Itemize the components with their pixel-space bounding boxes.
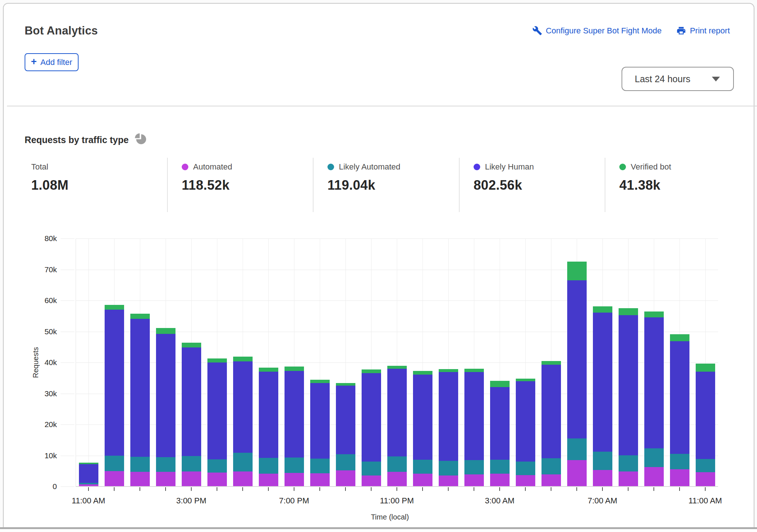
bar-segment-automated xyxy=(670,469,689,487)
bar-segment-automated xyxy=(413,474,432,487)
bar-segment-likely-automated xyxy=(130,457,150,472)
bar-segment-likely-automated xyxy=(79,483,98,484)
below-strip xyxy=(0,529,757,532)
bar-segment-automated xyxy=(593,470,612,487)
bar-segment-likely-automated xyxy=(413,460,432,473)
header-links: Configure Super Bot Fight Mode Print rep… xyxy=(532,26,730,36)
bar-segment-verified-bot xyxy=(387,366,407,369)
x-tick-label: 3:00 PM xyxy=(176,496,206,506)
bar-segment-likely-human xyxy=(696,372,715,459)
bar-segment-automated xyxy=(644,467,664,487)
bar-segment-likely-automated xyxy=(464,460,484,474)
bar-segment-automated xyxy=(233,471,253,487)
bar-segment-automated xyxy=(259,474,278,487)
x-tick-mark xyxy=(653,487,654,491)
x-tick-label: 7:00 AM xyxy=(588,496,617,506)
bar-segment-verified-bot xyxy=(130,314,150,319)
print-report-link[interactable]: Print report xyxy=(676,26,730,36)
requests-bar-chart[interactable] xyxy=(76,238,718,487)
bar-segment-verified-bot xyxy=(310,380,330,383)
bar-segment-likely-automated xyxy=(542,458,561,474)
bar-segment-verified-bot xyxy=(464,369,484,372)
bar-segment-likely-human xyxy=(619,315,638,455)
bar-segment-automated xyxy=(285,473,304,487)
x-tick-mark xyxy=(294,487,294,491)
bar-segment-likely-human xyxy=(156,334,175,457)
y-tick-mark xyxy=(61,332,75,332)
bar-segment-automated xyxy=(542,474,561,487)
x-tick-mark xyxy=(525,487,526,491)
bar-segment-automated xyxy=(567,460,587,487)
stat-likely-human-value: 802.56k xyxy=(474,178,605,193)
bar-segment-automated xyxy=(387,472,407,487)
bar-segment-likely-human xyxy=(567,280,587,438)
x-tick-mark xyxy=(114,487,115,491)
bar-segment-verified-bot xyxy=(439,369,458,372)
stat-total-label: Total xyxy=(31,162,48,172)
bar-segment-likely-human xyxy=(285,371,304,458)
y-tick-mark xyxy=(61,394,75,394)
stat-likely-automated: Likely Automated 119.04k xyxy=(313,158,459,212)
stat-total: Total 1.08M xyxy=(31,158,166,212)
x-tick-mark xyxy=(705,487,706,491)
bar-segment-likely-automated xyxy=(387,456,407,472)
bar-segment-verified-bot xyxy=(233,357,253,361)
bar-segment-likely-human xyxy=(516,381,535,462)
x-tick-mark xyxy=(576,487,577,491)
bar-segment-likely-automated xyxy=(336,454,355,470)
add-filter-button[interactable]: + Add filter xyxy=(25,53,79,71)
bar-segment-likely-human xyxy=(387,369,407,456)
y-tick-mark xyxy=(61,456,75,456)
automated-legend-dot xyxy=(182,164,188,170)
y-tick-label: 10k xyxy=(24,451,57,460)
bar-segment-likely-automated xyxy=(105,456,124,471)
bar-segment-verified-bot xyxy=(207,358,227,362)
verified-bot-legend-dot xyxy=(619,164,626,170)
x-tick-mark xyxy=(88,487,89,491)
likely-human-legend-dot xyxy=(474,164,480,170)
bar-segment-verified-bot xyxy=(156,328,175,334)
bar-segment-automated xyxy=(130,472,150,487)
time-range-select[interactable]: Last 24 hours xyxy=(622,67,734,91)
printer-icon xyxy=(676,26,686,36)
bar-segment-automated xyxy=(156,472,175,487)
bar-segment-automated xyxy=(105,471,124,487)
bar-segment-likely-human xyxy=(413,375,432,460)
x-tick-mark xyxy=(371,487,372,491)
stat-verified-bot-value: 41.38k xyxy=(619,178,740,193)
y-tick-label: 20k xyxy=(24,420,57,429)
bar-segment-likely-human xyxy=(362,373,381,462)
stat-likely-automated-label: Likely Automated xyxy=(339,162,401,172)
bar-segment-automated xyxy=(336,470,355,487)
chevron-down-icon xyxy=(712,77,720,81)
bar-segment-verified-bot xyxy=(644,311,664,317)
bar-segment-automated xyxy=(439,475,458,487)
x-tick-mark xyxy=(602,487,603,491)
y-tick-mark xyxy=(61,270,75,270)
stat-verified-bot: Verified bot 41.38k xyxy=(605,158,740,212)
x-tick-mark xyxy=(551,487,551,491)
bar-segment-likely-human xyxy=(310,383,330,459)
bar-segment-likely-automated xyxy=(644,448,664,467)
bar-segment-likely-human xyxy=(130,319,150,457)
y-tick-label: 70k xyxy=(24,265,57,274)
likely-automated-legend-dot xyxy=(327,164,334,170)
configure-super-bot-fight-mode-link[interactable]: Configure Super Bot Fight Mode xyxy=(532,26,662,36)
bar-segment-automated xyxy=(207,473,227,487)
x-tick-mark xyxy=(448,487,449,491)
x-tick-label: 11:00 AM xyxy=(72,496,105,506)
header-divider xyxy=(7,106,757,106)
x-tick-mark xyxy=(268,487,269,491)
bar-segment-likely-automated xyxy=(619,455,638,472)
bar-segment-likely-automated xyxy=(516,462,535,475)
y-tick-label: 40k xyxy=(24,358,57,367)
stat-total-value: 1.08M xyxy=(31,178,166,193)
bar-segment-likely-human xyxy=(259,372,278,458)
bar-segment-likely-human xyxy=(207,362,227,459)
add-filter-label: Add filter xyxy=(40,58,72,67)
bar-segment-verified-bot xyxy=(696,364,715,372)
x-tick-mark xyxy=(242,487,243,491)
bar-segment-likely-human xyxy=(542,365,561,458)
bar-segment-likely-automated xyxy=(362,462,381,475)
page-title: Bot Analytics xyxy=(25,24,98,37)
